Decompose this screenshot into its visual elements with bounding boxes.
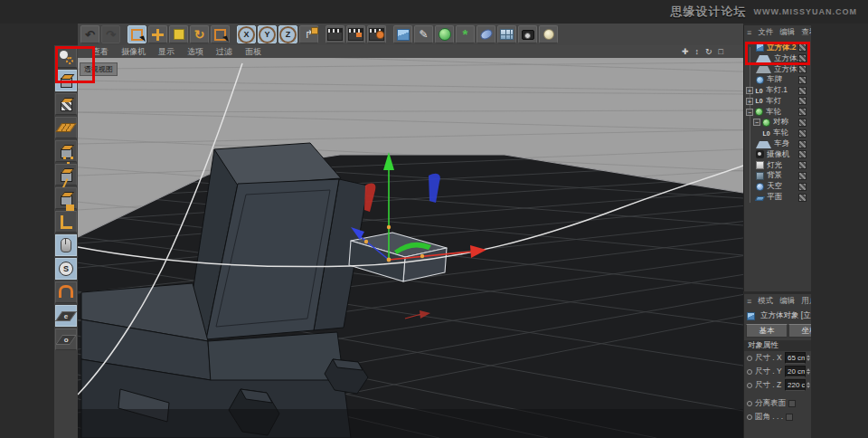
object-row-wheel[interactable]: 车轮	[744, 107, 811, 118]
scale-button[interactable]	[169, 25, 188, 43]
environment-button[interactable]	[476, 25, 495, 43]
layer-toggle[interactable]	[798, 108, 807, 116]
om-menu-edit[interactable]: 编辑	[779, 27, 795, 38]
size-x-input[interactable]: 65 cm	[785, 352, 806, 364]
viewport-menu-view[interactable]: 查看	[92, 46, 108, 58]
magnet-snap-button[interactable]	[55, 281, 77, 303]
enable-snap-button[interactable]: S	[55, 258, 77, 280]
layer-toggle[interactable]	[798, 65, 807, 73]
object-row-cube2[interactable]: 立方体.2	[744, 43, 811, 53]
object-row-light[interactable]: 灯光	[744, 160, 811, 171]
mesh-edge-tool-button[interactable]: e	[55, 305, 77, 327]
layer-toggle[interactable]	[798, 43, 807, 52]
y-axis-lock-button[interactable]: Y	[258, 25, 277, 43]
layer-toggle[interactable]	[798, 140, 807, 148]
am-menu-userdata[interactable]: 用户数据	[801, 296, 811, 307]
subdivision-surface-button[interactable]	[435, 25, 454, 43]
point-mode-button[interactable]	[55, 140, 77, 162]
layer-toggle[interactable]	[798, 150, 807, 158]
polygon-mode-button[interactable]	[55, 187, 77, 209]
redo-button[interactable]: ↷	[101, 25, 120, 43]
object-row-cube1[interactable]: 立方体.1	[744, 53, 811, 64]
object-row-background[interactable]: 背景	[744, 171, 811, 182]
layer-toggle[interactable]	[798, 54, 807, 62]
expand-icon[interactable]	[746, 98, 753, 105]
enable-axis-button[interactable]	[55, 211, 77, 233]
tab-basic[interactable]: 基本	[746, 324, 788, 338]
mesh-poly-tool-button[interactable]: o	[55, 328, 77, 350]
object-row-plane[interactable]: 平面	[744, 192, 811, 203]
camera-button[interactable]	[518, 25, 537, 43]
texture-mode-button[interactable]	[55, 93, 77, 115]
tab-coordinates[interactable]: 坐标	[788, 324, 811, 338]
layer-toggle[interactable]	[798, 161, 807, 169]
model-mode-button[interactable]	[55, 70, 77, 91]
om-menu-view[interactable]: 查看	[801, 27, 811, 38]
layer-toggle[interactable]	[798, 97, 807, 105]
object-row-camera[interactable]: 摄像机	[744, 149, 811, 160]
viewport-menu-options[interactable]: 选项	[187, 46, 203, 58]
expand-icon[interactable]	[746, 87, 753, 94]
coordinate-system-button[interactable]: ↱	[299, 25, 318, 43]
pan-view-icon[interactable]: ✚	[682, 47, 689, 56]
make-editable-button[interactable]	[55, 46, 77, 68]
z-axis-lock-button[interactable]: Z	[278, 25, 297, 43]
move-button[interactable]	[148, 25, 167, 43]
stepper-icon[interactable]	[807, 382, 811, 388]
undo-button[interactable]: ↶	[80, 25, 99, 43]
object-row-cube[interactable]: 立方体	[744, 64, 811, 75]
keyframe-dot-icon[interactable]	[747, 356, 752, 361]
keyframe-dot-icon[interactable]	[747, 369, 752, 375]
separate-surfaces-checkbox[interactable]	[788, 400, 796, 407]
layer-toggle[interactable]	[798, 119, 807, 127]
size-z-input[interactable]: 220 cm	[785, 379, 806, 391]
fillet-checkbox[interactable]	[786, 414, 793, 421]
spline-pen-button[interactable]: ✎	[414, 25, 433, 43]
rotate-button[interactable]: ↻	[190, 25, 209, 43]
am-menu-mode[interactable]: 模式	[758, 296, 773, 307]
object-row-plate[interactable]: 车牌	[744, 74, 811, 85]
stepper-icon[interactable]	[807, 355, 811, 361]
viewport-menu-display[interactable]: 显示	[158, 46, 175, 58]
keyframe-dot-icon[interactable]	[747, 383, 752, 388]
viewport-solo-button[interactable]	[55, 234, 77, 256]
object-row-lamp1[interactable]: L0车灯.1	[744, 85, 811, 96]
object-row-sky[interactable]: 天空	[744, 181, 811, 192]
object-row-wheel-instance[interactable]: L0车轮	[744, 128, 811, 138]
add-cube-button[interactable]	[393, 25, 412, 43]
layer-toggle[interactable]	[798, 129, 807, 138]
layer-toggle[interactable]	[798, 183, 807, 191]
render-settings-button[interactable]	[367, 25, 386, 43]
layer-toggle[interactable]	[798, 87, 807, 95]
zoom-view-icon[interactable]: ↕	[695, 47, 700, 56]
object-row-lamp[interactable]: L0车灯	[744, 96, 811, 107]
workplane-mode-button[interactable]	[55, 117, 77, 138]
last-tool-button[interactable]	[211, 25, 230, 43]
render-view-button[interactable]	[326, 25, 344, 43]
viewport-menu-camera[interactable]: 摄像机	[121, 46, 146, 58]
deformer-button[interactable]: *	[456, 25, 475, 43]
viewport-3d[interactable]	[78, 58, 743, 438]
edge-mode-button[interactable]	[55, 164, 77, 186]
keyframe-dot-icon[interactable]	[747, 401, 752, 406]
object-row-body[interactable]: 车身	[744, 138, 811, 149]
size-y-input[interactable]: 20 cm	[785, 366, 806, 377]
collapse-icon[interactable]	[746, 109, 753, 116]
keyframe-dot-icon[interactable]	[747, 414, 752, 420]
x-axis-lock-button[interactable]: X	[237, 25, 256, 43]
viewport-menu-filter[interactable]: 过滤	[216, 46, 232, 58]
live-selection-button[interactable]	[127, 25, 146, 43]
viewport-menu-panel[interactable]: 面板	[245, 46, 261, 58]
rotate-view-icon[interactable]: ↻	[705, 47, 712, 56]
layer-toggle[interactable]	[798, 76, 807, 84]
object-row-symmetry[interactable]: 对称	[744, 118, 811, 129]
render-picture-viewer-button[interactable]	[346, 25, 365, 43]
light-button[interactable]	[539, 25, 558, 43]
stepper-icon[interactable]	[807, 368, 811, 375]
collapse-icon[interactable]	[753, 119, 760, 126]
floor-button[interactable]	[497, 25, 516, 43]
toggle-view-icon[interactable]: □	[719, 47, 723, 56]
layer-toggle[interactable]	[798, 194, 807, 202]
om-menu-file[interactable]: 文件	[758, 27, 773, 38]
layer-toggle[interactable]	[798, 172, 807, 180]
